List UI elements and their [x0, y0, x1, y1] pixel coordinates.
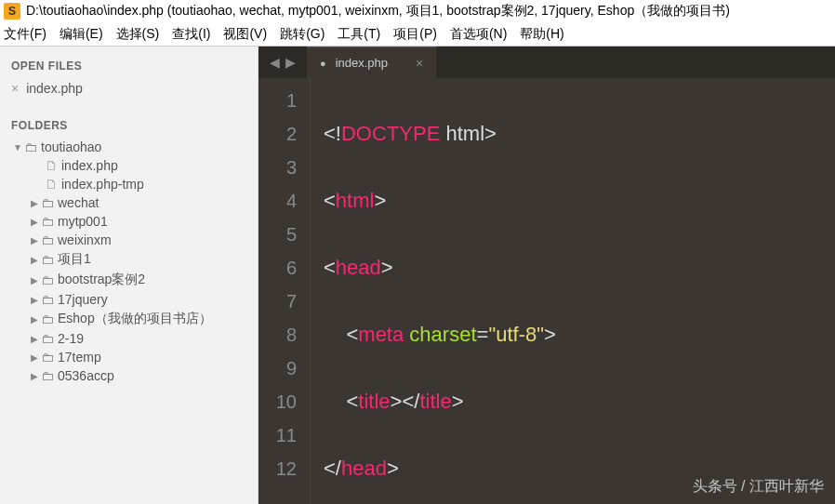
chevron-right-icon: ▶	[28, 198, 41, 208]
line-number: 4	[258, 184, 297, 218]
line-number: 1	[258, 84, 297, 117]
code-content[interactable]: <!DOCTYPE html> <html> <head> <meta char…	[311, 78, 835, 504]
folder-label: wechat	[58, 195, 99, 210]
folder-icon: 🗀	[41, 292, 54, 307]
line-number: 2	[258, 117, 297, 151]
folder-item[interactable]: ▶🗀Eshop（我做的项目书店）	[0, 309, 258, 329]
folder-icon: 🗀	[41, 195, 54, 210]
line-number: 5	[258, 218, 297, 251]
folder-icon: 🗀	[41, 214, 54, 229]
menu-goto[interactable]: 跳转(G)	[280, 26, 325, 43]
folder-icon: 🗀	[24, 139, 37, 154]
line-number: 3	[258, 151, 297, 184]
menu-edit[interactable]: 编辑(E)	[60, 26, 103, 43]
tab-nav: ◀ ▶	[258, 55, 307, 70]
menu-project[interactable]: 项目(P)	[393, 26, 437, 43]
chevron-right-icon: ▶	[28, 371, 41, 381]
chevron-right-icon: ▶	[28, 217, 41, 227]
file-label: index.php-tmp	[61, 177, 144, 192]
folders-heading: FOLDERS	[0, 113, 258, 138]
file-item[interactable]: 🗋 index.php-tmp	[0, 175, 258, 193]
menu-help[interactable]: 帮助(H)	[520, 26, 563, 43]
code-area[interactable]: 1 2 3 4 5 6 7 8 9 10 11 12 <!DOCTYPE htm…	[258, 78, 835, 504]
folder-item[interactable]: ▶🗀weixinxm	[0, 231, 258, 249]
folder-icon: 🗀	[41, 350, 54, 365]
editor-pane: ◀ ▶ ● index.php × 1 2 3 4 5 6 7 8 9 10 1…	[258, 46, 835, 504]
tab-dirty-icon: ●	[320, 58, 326, 69]
menu-find[interactable]: 查找(I)	[172, 26, 210, 43]
chevron-right-icon: ▶	[28, 275, 41, 285]
line-gutter: 1 2 3 4 5 6 7 8 9 10 11 12	[258, 78, 311, 504]
line-number: 9	[258, 351, 297, 385]
watermark-text: 头条号 / 江西叶新华	[693, 477, 824, 497]
folder-item[interactable]: ▶🗀17temp	[0, 348, 258, 366]
folder-icon: 🗀	[41, 312, 54, 326]
folder-label: Eshop（我做的项目书店）	[58, 311, 212, 327]
folder-item[interactable]: ▶🗀wechat	[0, 193, 258, 212]
forward-icon[interactable]: ▶	[285, 55, 296, 70]
menu-view[interactable]: 视图(V)	[223, 26, 267, 43]
open-files-heading: OPEN FILES	[0, 54, 258, 78]
menu-file[interactable]: 文件(F)	[4, 26, 46, 43]
line-number: 10	[258, 385, 297, 418]
folder-item[interactable]: ▶🗀0536accp	[0, 366, 258, 385]
folder-label: toutiaohao	[41, 139, 101, 154]
folder-label: mytp001	[58, 214, 108, 229]
file-label: index.php	[61, 158, 118, 173]
folder-root[interactable]: ▼ 🗀 toutiaohao	[0, 138, 258, 156]
folder-item[interactable]: ▶🗀17jquery	[0, 290, 258, 309]
chevron-right-icon: ▶	[28, 295, 41, 305]
app-icon: S	[4, 3, 20, 20]
main-area: OPEN FILES × index.php FOLDERS ▼ 🗀 touti…	[0, 46, 835, 504]
folder-item[interactable]: ▶🗀bootstrap案例2	[0, 270, 258, 290]
menu-select[interactable]: 选择(S)	[116, 26, 160, 43]
folder-label: 0536accp	[58, 368, 114, 383]
back-icon[interactable]: ◀	[270, 55, 280, 70]
folder-item[interactable]: ▶🗀2-19	[0, 329, 258, 348]
tab-label: index.php	[336, 56, 388, 70]
menu-bar: 文件(F) 编辑(E) 选择(S) 查找(I) 视图(V) 跳转(G) 工具(T…	[0, 22, 835, 46]
open-file-item[interactable]: × index.php	[0, 78, 258, 99]
title-bar: S D:\toutiaohao\index.php (toutiaohao, w…	[0, 0, 835, 22]
folder-label: weixinxm	[58, 232, 112, 247]
line-number: 7	[258, 285, 297, 318]
menu-tools[interactable]: 工具(T)	[338, 26, 380, 43]
folder-item[interactable]: ▶🗀项目1	[0, 249, 258, 270]
file-icon: 🗋	[45, 158, 58, 173]
file-icon: 🗋	[45, 177, 58, 192]
folder-icon: 🗀	[41, 232, 54, 247]
chevron-right-icon: ▶	[28, 352, 41, 363]
menu-prefs[interactable]: 首选项(N)	[450, 26, 507, 43]
folder-label: 17jquery	[58, 292, 108, 307]
line-number: 6	[258, 251, 297, 285]
folder-label: bootstrap案例2	[58, 272, 145, 288]
line-number: 12	[258, 452, 297, 485]
line-number: 11	[258, 418, 297, 452]
chevron-right-icon: ▶	[28, 255, 41, 265]
folder-label: 项目1	[58, 251, 91, 268]
tab-active[interactable]: ● index.php ×	[307, 46, 436, 78]
chevron-right-icon: ▶	[28, 235, 41, 245]
chevron-right-icon: ▶	[28, 314, 41, 325]
line-number: 8	[258, 318, 297, 351]
tab-bar: ◀ ▶ ● index.php ×	[258, 46, 835, 78]
close-icon[interactable]: ×	[11, 81, 19, 96]
folder-item[interactable]: ▶🗀mytp001	[0, 212, 258, 231]
folder-icon: 🗀	[41, 252, 54, 267]
open-file-name: index.php	[26, 81, 83, 96]
folder-icon: 🗀	[41, 272, 54, 287]
chevron-down-icon: ▼	[11, 142, 24, 153]
chevron-right-icon: ▶	[28, 334, 41, 344]
title-path: D:\toutiaohao\index.php (toutiaohao, wec…	[26, 3, 730, 20]
folder-icon: 🗀	[41, 331, 54, 346]
folder-label: 17temp	[58, 350, 101, 365]
file-item[interactable]: 🗋 index.php	[0, 156, 258, 175]
folder-label: 2-19	[58, 331, 84, 346]
folder-icon: 🗀	[41, 368, 54, 383]
close-icon[interactable]: ×	[416, 56, 423, 71]
sidebar: OPEN FILES × index.php FOLDERS ▼ 🗀 touti…	[0, 46, 258, 504]
